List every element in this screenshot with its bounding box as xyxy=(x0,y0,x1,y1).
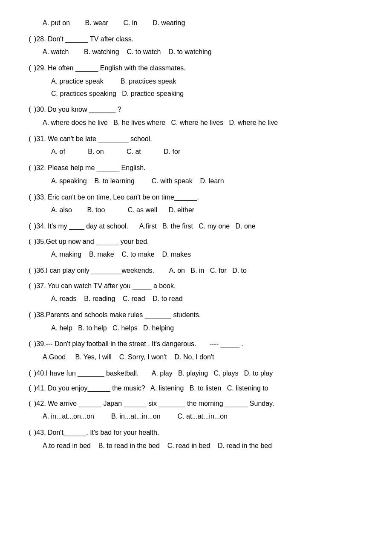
question-40-line: ( )40.I have fun _______ basketball. A. … xyxy=(26,368,366,379)
question-31-block: ( )31. We can't be late ________ school.… xyxy=(26,133,366,158)
question-30-line: ( )30. Do you know _______ ? xyxy=(26,104,366,115)
question-33-block: ( )33. Eric can't be on time, Leo can't … xyxy=(26,192,366,217)
question-42-options: A. in...at...on...on B. in...at...in...o… xyxy=(26,410,366,423)
paren-left: ( xyxy=(26,223,34,230)
paren-left: ( xyxy=(26,340,34,348)
question-43-options: A.to read in bed B. to read in the bed C… xyxy=(26,440,366,452)
question-30-options: A. where does he live B. he lives where … xyxy=(26,117,366,129)
question-37-line: ( )37. You can watch TV after you _____ … xyxy=(26,280,366,292)
question-41-line: ( )41. Do you enjoy______ the music? A. … xyxy=(26,383,366,394)
question-32-options: A. speaking B. to learning C. with speak… xyxy=(26,175,366,188)
question-37-block: ( )37. You can watch TV after you _____ … xyxy=(26,280,366,305)
question-40-block: ( )40.I have fun _______ basketball. A. … xyxy=(26,368,366,379)
question-32-block: ( )32. Please help me ______ English. A.… xyxy=(26,162,366,187)
question-28-text: )28. Don't ______ TV after class. xyxy=(34,34,366,45)
question-31-line: ( )31. We can't be late ________ school. xyxy=(26,133,366,145)
question-35-block: ( )35.Get up now and ______ your bed. A.… xyxy=(26,236,366,261)
question-43-text: )43. Don't______. It's bad for your heal… xyxy=(34,427,366,438)
paren-left: ( xyxy=(26,400,34,408)
question-32-text: )32. Please help me ______ English. xyxy=(34,162,366,173)
question-38-block: ( )38.Parents and schools make rules ___… xyxy=(26,309,366,334)
paren-left: ( xyxy=(26,64,34,72)
question-29-line: ( )29. He often ______ English with the … xyxy=(26,63,366,74)
question-33-options: A. also B. too C. as well D. either xyxy=(26,204,366,217)
question-36-text: )36.I can play only ________weekends. A.… xyxy=(34,265,366,276)
question-38-text: )38.Parents and schools make rules _____… xyxy=(34,309,366,321)
worksheet-content: A. put on B. wear C. in D. wearing ( )28… xyxy=(26,17,366,452)
paren-left: ( xyxy=(26,164,34,172)
question-42-line: ( )42. We arrive ______ Japan ______ six… xyxy=(26,398,366,409)
question-28-line: ( )28. Don't ______ TV after class. xyxy=(26,34,366,45)
question-42-block: ( )42. We arrive ______ Japan ______ six… xyxy=(26,398,366,423)
question-35-options: A. making B. make C. to make D. makes xyxy=(26,249,366,261)
paren-left: ( xyxy=(26,370,34,377)
question-29-options-2: C. practices speaking D. practice speaki… xyxy=(26,88,366,100)
question-43-block: ( )43. Don't______. It's bad for your he… xyxy=(26,427,366,452)
paren-left: ( xyxy=(26,194,34,201)
question-35-line: ( )35.Get up now and ______ your bed. xyxy=(26,236,366,247)
question-36-block: ( )36.I can play only ________weekends. … xyxy=(26,265,366,276)
paren-left: ( xyxy=(26,106,34,113)
paren-left: ( xyxy=(26,311,34,319)
paren-left: ( xyxy=(26,282,34,290)
question-29-options-1: A. practice speak B. practices speak xyxy=(26,75,366,88)
question-37-text: )37. You can watch TV after you _____ a … xyxy=(34,280,366,292)
question-35-text: )35.Get up now and ______ your bed. xyxy=(34,236,366,247)
question-36-line: ( )36.I can play only ________weekends. … xyxy=(26,265,366,276)
question-39-block: ( )39.--- Don't play football in the str… xyxy=(26,338,366,363)
question-41-text: )41. Do you enjoy______ the music? A. li… xyxy=(34,383,366,394)
paren-left: ( xyxy=(26,135,34,143)
question-37-options: A. reads B. reading C. read D. to read xyxy=(26,293,366,305)
paren-left: ( xyxy=(26,267,34,275)
question-30-text: )30. Do you know _______ ? xyxy=(34,104,366,115)
question-39-line: ( )39.--- Don't play football in the str… xyxy=(26,338,366,350)
question-33-line: ( )33. Eric can't be on time, Leo can't … xyxy=(26,192,366,203)
question-38-line: ( )38.Parents and schools make rules ___… xyxy=(26,309,366,321)
question-40-text: )40.I have fun _______ basketball. A. pl… xyxy=(34,368,366,379)
question-34-text: )34. It's my ____ day at school. A.first… xyxy=(34,221,366,232)
question-28-options: A. watch B. watching C. to watch D. to w… xyxy=(26,46,366,58)
question-41-block: ( )41. Do you enjoy______ the music? A. … xyxy=(26,383,366,394)
question-39-text: )39.--- Don't play football in the stree… xyxy=(34,338,366,350)
question-29-text: )29. He often ______ English with the cl… xyxy=(34,63,366,74)
question-33-text: )33. Eric can't be on time, Leo can't be… xyxy=(34,192,366,203)
paren-left: ( xyxy=(26,238,34,246)
option-text: A. put on B. wear C. in D. wearing xyxy=(43,19,185,26)
paren-left: ( xyxy=(26,384,34,392)
question-34-line: ( )34. It's my ____ day at school. A.fir… xyxy=(26,221,366,232)
question-29-block: ( )29. He often ______ English with the … xyxy=(26,63,366,100)
question-31-text: )31. We can't be late ________ school. xyxy=(34,133,366,145)
top-options-block: A. put on B. wear C. in D. wearing xyxy=(26,17,366,29)
question-31-options: A. of B. on C. at D. for xyxy=(26,146,366,158)
question-34-block: ( )34. It's my ____ day at school. A.fir… xyxy=(26,221,366,232)
question-39-options: A.Good B. Yes, I will C. Sorry, I won't … xyxy=(26,351,366,364)
question-38-options: A. help B. to help C. helps D. helping xyxy=(26,322,366,335)
question-43-line: ( )43. Don't______. It's bad for your he… xyxy=(26,427,366,438)
question-30-block: ( )30. Do you know _______ ? A. where do… xyxy=(26,104,366,129)
top-options-line: A. put on B. wear C. in D. wearing xyxy=(26,17,366,29)
paren-left: ( xyxy=(26,429,34,436)
question-28-block: ( )28. Don't ______ TV after class. A. w… xyxy=(26,34,366,58)
question-42-text: )42. We arrive ______ Japan ______ six _… xyxy=(34,398,366,409)
paren-left: ( xyxy=(26,35,34,43)
question-32-line: ( )32. Please help me ______ English. xyxy=(26,162,366,173)
